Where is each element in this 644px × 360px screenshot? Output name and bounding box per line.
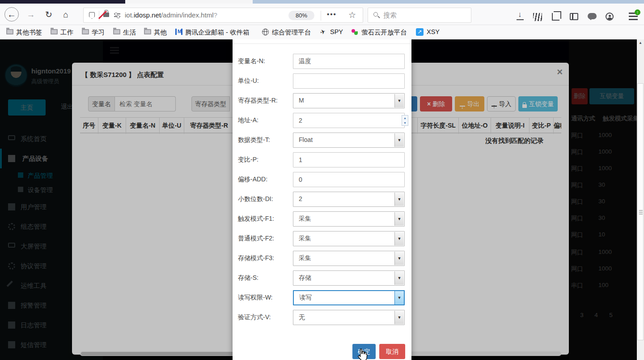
zoom-level-badge[interactable]: 80% (288, 11, 314, 20)
chevron-down-icon: ▼ (394, 271, 404, 285)
variable-name-input[interactable] (293, 54, 405, 69)
form-row: 存储-S: 存储▼ (233, 270, 411, 286)
address-input[interactable] (293, 113, 405, 128)
field-label: 变比-P: (238, 156, 258, 164)
spy-icon: ✈ (319, 27, 326, 36)
trigger-mode-select[interactable]: 采集▼ (293, 211, 405, 227)
reload-button[interactable]: ↻ (43, 9, 55, 21)
search-placeholder: 搜索 (383, 11, 397, 20)
data-type-select[interactable]: Float▼ (293, 133, 405, 148)
variable-form-modal: 变量名-N: 单位-U: 寄存器类型-R: M▼ 地址-A: ▲▼ 数据类型-T… (233, 39, 411, 360)
search-bar[interactable]: 搜索 (368, 8, 471, 23)
star-icon[interactable]: ☆ (348, 10, 356, 20)
search-icon (373, 12, 378, 17)
globe-icon (262, 29, 269, 35)
chevron-down-icon: ▼ (394, 232, 404, 245)
titlebar-strip (253, 0, 644, 4)
modal-footer: 确定 取消 (233, 344, 411, 360)
field-label: 偏移-ADD: (238, 176, 267, 184)
divider (233, 43, 411, 44)
field-label: 读写权限-W: (238, 294, 273, 302)
url-text: iot.idosp.net/admin/index.html? (125, 11, 217, 19)
insecure-lock-icon[interactable] (103, 13, 109, 17)
xsy-icon: ↗ (416, 28, 424, 36)
folder-icon (144, 29, 151, 34)
form-row: 读写权限-W: 读写▼ (233, 290, 411, 305)
field-label: 存储-S: (238, 274, 258, 282)
bookmarks-bar: 其他书签 工作 学习 生活 其他 腾讯企业邮箱 - 收件箱 综合管理平台 ✈SP… (0, 25, 644, 39)
folder-icon (51, 29, 58, 34)
chevron-down-icon: ▼ (394, 133, 404, 147)
decimals-select[interactable]: 2▼ (293, 192, 405, 207)
form-row: 普通模式-F2: 采集▼ (233, 231, 411, 246)
menu-icon[interactable]: ↑ (629, 13, 638, 20)
ezviz-icon (352, 29, 358, 35)
storage-mode-select[interactable]: 采集▼ (293, 251, 405, 266)
forward-button[interactable]: → (25, 9, 37, 21)
screenshot-icon[interactable] (552, 13, 559, 21)
field-label: 数据类型-T: (238, 136, 270, 144)
update-badge: ↑ (635, 9, 640, 15)
register-type-select[interactable]: M▼ (293, 93, 405, 108)
scrollbar-grip (639, 210, 643, 214)
field-label: 变量名-N: (238, 57, 265, 65)
home-button[interactable]: ⌂ (60, 9, 72, 21)
form-row: 地址-A: ▲▼ (233, 113, 411, 128)
form-row: 变比-P: (233, 152, 411, 167)
form-row: 存储模式-F3: 采集▼ (233, 251, 411, 266)
account-icon[interactable] (606, 13, 614, 21)
normal-mode-select[interactable]: 采集▼ (293, 231, 405, 246)
field-label: 小数位数-DI: (238, 195, 273, 203)
sidebar-toggle-icon[interactable] (570, 13, 578, 20)
folder-icon (82, 29, 89, 34)
field-label: 单位-U: (238, 77, 259, 85)
divider (321, 11, 321, 21)
field-label: 验证方式-V: (238, 313, 271, 321)
scroll-up-icon[interactable]: ▲ (637, 39, 644, 47)
url-bar[interactable]: iot.idosp.net/admin/index.html? 80% ••• … (83, 8, 363, 23)
downloads-icon[interactable]: ↓ (515, 12, 527, 23)
chevron-down-icon: ▼ (394, 252, 404, 265)
form-row: 触发模式-F1: 采集▼ (233, 211, 411, 227)
page-actions-icon[interactable]: ••• (327, 10, 337, 18)
folder-icon (113, 29, 120, 34)
unit-input[interactable] (293, 73, 405, 89)
verify-mode-select[interactable]: 无▼ (293, 310, 405, 325)
mouse-cursor (357, 348, 368, 360)
field-label: 地址-A: (238, 116, 258, 124)
field-label: 寄存器类型-R: (238, 97, 278, 105)
storage-select[interactable]: 存储▼ (293, 270, 405, 286)
active-tab-strip[interactable] (125, 0, 253, 4)
page-scrollbar[interactable]: ▲ (637, 39, 644, 360)
field-label: 存储模式-F3: (238, 254, 274, 262)
page-content: hignton2019 高级管理员 主页 退出 系统首页 产品设备 产品管理 设… (0, 39, 644, 360)
form-row: 数据类型-T: Float▼ (233, 133, 411, 148)
ratio-input[interactable] (293, 152, 405, 167)
form-row: 单位-U: (233, 73, 411, 89)
library-icon[interactable] (533, 13, 542, 21)
form-row: 验证方式-V: 无▼ (233, 310, 411, 325)
shield-icon[interactable] (89, 12, 95, 19)
chevron-down-icon: ▼ (394, 311, 404, 324)
permissions-icon[interactable] (114, 13, 120, 18)
back-button[interactable]: ← (4, 7, 19, 21)
browser-toolbar: ← → ↻ ⌂ iot.idosp.net/admin/index.html? … (0, 4, 644, 25)
form-row: 偏移-ADD: (233, 172, 411, 187)
offset-input[interactable] (293, 172, 405, 187)
form-row: 变量名-N: (233, 54, 411, 69)
cancel-button[interactable]: 取消 (379, 344, 405, 359)
rw-permission-select[interactable]: 读写▼ (293, 290, 405, 305)
folder-icon (6, 29, 13, 34)
chevron-down-icon: ▼ (394, 94, 404, 107)
chevron-down-icon: ▼ (394, 193, 404, 206)
number-stepper[interactable]: ▲▼ (402, 115, 408, 126)
field-label: 普通模式-F2: (238, 235, 274, 243)
scrollbar-thumb[interactable] (637, 83, 644, 340)
window-titlebar (0, 0, 644, 4)
form-row: 小数位数-DI: 2▼ (233, 192, 411, 207)
exmail-icon (175, 29, 182, 35)
chevron-down-icon: ▼ (394, 291, 404, 304)
field-label: 触发模式-F1: (238, 215, 274, 223)
chevron-down-icon: ▼ (394, 212, 404, 226)
messages-icon[interactable] (588, 13, 597, 19)
